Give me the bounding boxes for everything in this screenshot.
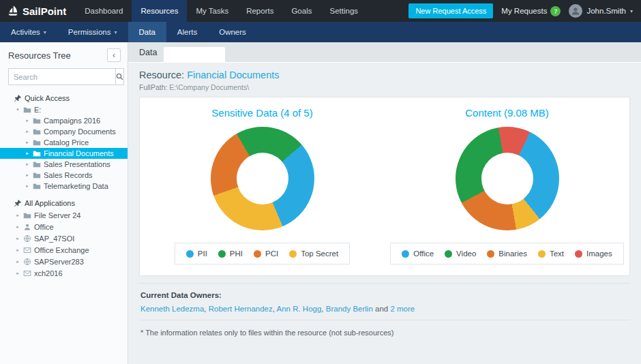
search-input[interactable]: [8, 68, 115, 85]
folder-icon: [33, 160, 41, 168]
sidebar-collapse-button[interactable]: ‹: [107, 48, 121, 62]
tree-toggle-icon[interactable]: ▸: [25, 151, 30, 156]
legend-item-video: Video: [445, 249, 476, 258]
tree-item-label: Office: [34, 223, 54, 231]
legend-label: Text: [550, 249, 564, 258]
tree-toggle-icon[interactable]: ▸: [15, 271, 20, 276]
tree-toggle-icon[interactable]: ▾: [15, 107, 20, 112]
content-chart: Content (9.08 MB) OfficeVideoBinariesTex…: [385, 107, 629, 264]
legend-label: Video: [456, 249, 476, 258]
tree-folder-sales-presentations[interactable]: ▸Sales Presentations: [0, 159, 128, 170]
resource-name-link[interactable]: Financial Documents: [187, 70, 279, 80]
tree-toggle-icon[interactable]: ▸: [25, 183, 30, 189]
tree-item-label: Financial Documents: [44, 149, 114, 157]
tree-item-label: Sales Presentations: [44, 160, 110, 168]
topbar-right: New Request Access My Requests 7 John.Sm…: [408, 0, 641, 22]
tree-toggle-icon[interactable]: ▸: [25, 118, 30, 123]
tree-folder-catalog-price[interactable]: ▸Catalog Price: [0, 137, 128, 148]
legend-dot: [254, 250, 261, 258]
legend-label: Binaries: [498, 249, 527, 258]
topbar-nav-reports[interactable]: Reports: [237, 0, 282, 22]
resources-tree: Quick Access▾E:▸Campaigns 2016▸Company D…: [0, 92, 128, 279]
tree-app-office[interactable]: ▸Office: [0, 221, 128, 232]
folder-icon: [33, 138, 41, 147]
tree-toggle-icon[interactable]: ▸: [15, 236, 20, 241]
folder-icon: [33, 171, 41, 179]
tree-toggle-icon[interactable]: ▸: [15, 224, 20, 230]
owner-link-ann-r-hogg[interactable]: Ann R. Hogg: [277, 305, 322, 313]
tree-folder-financial-documents[interactable]: ▸Financial Documents: [0, 148, 128, 159]
legend-dot: [186, 250, 194, 258]
topbar-nav-goals[interactable]: Goals: [282, 0, 320, 22]
tree-folder-telemarketing-data[interactable]: ▸Telemarketing Data: [0, 181, 128, 192]
fullpath-label: FullPath:: [139, 83, 167, 91]
tree-folder-company-documents[interactable]: ▸Company Documents: [0, 126, 128, 137]
tree-item-label: SAPServer283: [34, 258, 84, 266]
resources-tree-sidebar: Resources Tree ‹ Quick Access▾E:▸Campaig…: [0, 42, 128, 364]
tree-folder-sales-records[interactable]: ▸Sales Records: [0, 170, 128, 181]
tree-toggle-icon[interactable]: ▸: [15, 247, 20, 253]
new-request-access-button[interactable]: New Request Access: [408, 3, 493, 18]
tree-toggle-icon[interactable]: ▸: [15, 259, 20, 264]
subnav-data[interactable]: Data: [128, 22, 166, 42]
subnav-owners[interactable]: Owners: [208, 22, 257, 42]
sensitive-data-chart-title: Sensitive Data (4 of 5): [211, 107, 312, 119]
tree-toggle-icon[interactable]: ▸: [25, 129, 30, 134]
tree-app-file-server-24[interactable]: ▸File Server 24: [0, 209, 128, 221]
tree-item-label: Telemarketing Data: [44, 182, 108, 190]
tree-app-xch2016[interactable]: ▸xch2016: [0, 267, 128, 279]
tree-quick-access[interactable]: Quick Access: [0, 92, 128, 104]
content-legend: OfficeVideoBinariesTextImages: [390, 243, 623, 264]
subnav-permissions[interactable]: Permissions▾: [57, 22, 128, 42]
pin-icon: [14, 94, 22, 102]
my-requests[interactable]: My Requests 7: [501, 6, 561, 16]
subnav-activites[interactable]: Activites▾: [0, 22, 57, 42]
tree-item-label: Catalog Price: [44, 138, 89, 147]
chevron-down-icon: ▾: [630, 8, 633, 14]
content-donut: [456, 127, 559, 230]
subnav-alerts[interactable]: Alerts: [166, 22, 208, 42]
topbar-nav: DashboardResourcesMy TasksReportsGoalsSe…: [76, 0, 367, 22]
topbar-nav-settings[interactable]: Settings: [320, 0, 367, 22]
tree-toggle-icon[interactable]: ▸: [15, 213, 20, 218]
legend-dot: [575, 250, 582, 258]
user-menu[interactable]: John.Smith ▾: [569, 4, 633, 18]
owner-link-kenneth-ledezma[interactable]: Kenneth Ledezma: [140, 305, 204, 313]
tree-drive-e[interactable]: ▾E:: [0, 104, 128, 115]
tree-item-label: All Applications: [25, 199, 75, 207]
tree-app-sapserver283[interactable]: ▸SAPServer283: [0, 256, 128, 267]
owners-title: Current Data Owners:: [140, 291, 629, 299]
topbar: SailPoint DashboardResourcesMy TasksRepo…: [0, 0, 641, 22]
search-icon[interactable]: [115, 68, 124, 85]
topbar-nav-dashboard[interactable]: Dashboard: [76, 0, 132, 22]
globe-icon: [23, 258, 31, 266]
tree-item-label: Quick Access: [25, 94, 70, 102]
content-tabstrip: Data: [128, 42, 641, 63]
tree-toggle-icon[interactable]: ▸: [25, 162, 30, 167]
legend-item-images: Images: [575, 249, 612, 258]
tree-app-sap-47soi[interactable]: ▸SAP_47SOI: [0, 232, 128, 244]
tree-folder-campaigns-2016[interactable]: ▸Campaigns 2016: [0, 115, 128, 126]
tree-toggle-icon[interactable]: ▸: [25, 172, 30, 178]
tree-app-office-exchange[interactable]: ▸Office Exchange: [0, 244, 128, 256]
globe-icon: [23, 234, 31, 243]
sensitive-data-chart: Sensitive Data (4 of 5) PIIPHIPCITop Sec…: [140, 107, 385, 264]
tree-toggle-icon[interactable]: ▸: [25, 140, 30, 145]
legend-label: Top Secret: [301, 249, 338, 258]
my-requests-label: My Requests: [501, 7, 547, 15]
legend-dot: [402, 250, 409, 258]
owners-more-link[interactable]: 2 more: [390, 305, 415, 313]
tree-item-label: Office Exchange: [34, 246, 89, 254]
tree-all-applications[interactable]: All Applications: [0, 197, 128, 209]
folder-icon: [33, 149, 41, 157]
topbar-nav-my-tasks[interactable]: My Tasks: [187, 0, 237, 22]
tab-data[interactable]: Data: [139, 48, 157, 57]
owner-link-brandy-berlin[interactable]: Brandy Berlin: [326, 305, 373, 313]
legend-item-binaries: Binaries: [487, 249, 527, 258]
legend-dot: [289, 250, 297, 258]
sail-icon: [7, 5, 19, 17]
owner-link-robert-hernandez[interactable]: Robert Hernandez: [209, 305, 273, 313]
topbar-nav-resources[interactable]: Resources: [132, 0, 187, 22]
owners-links: Kenneth Ledezma, Robert Hernandez, Ann R…: [140, 305, 629, 313]
folder-icon: [33, 127, 41, 136]
